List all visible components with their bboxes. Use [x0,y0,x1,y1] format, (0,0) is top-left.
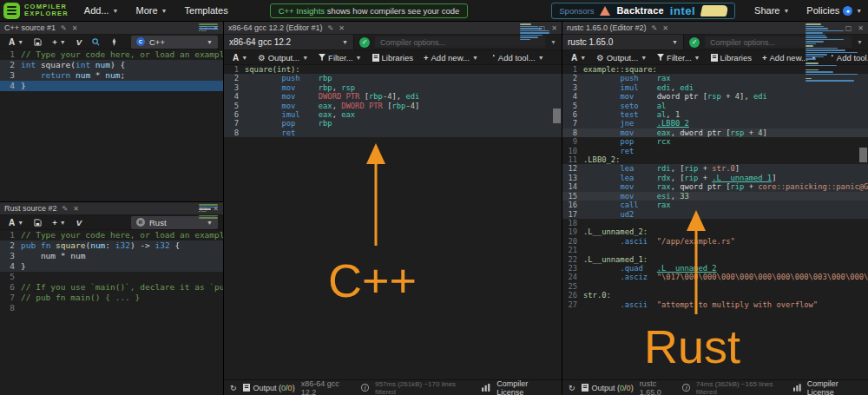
gcc-titlebar[interactable]: x86-64 gcc 12.2 (Editor #1) ✎✕ ▢✕ [224,22,562,35]
code-line[interactable]: 25 [562,282,868,291]
filter-dropdown[interactable]: Filter...▼ [654,51,703,64]
code-line[interactable]: 13 lea rdx, [rip + .L__unnamed_1] [562,174,868,182]
code-line[interactable]: 15 mov esi, 33 [562,192,868,201]
code-line[interactable]: 6 imul eax, eax [224,110,562,119]
refresh-icon[interactable]: ↻ [569,384,575,392]
font-size-button[interactable]: A▼ [229,51,251,64]
close-icon[interactable]: ✕ [339,24,345,32]
code-line[interactable]: 24 .asciz "\017\000\000\000\000\000\000\… [562,273,868,281]
font-size-button[interactable]: A▼ [568,51,589,64]
libraries-button[interactable]: Libraries [707,51,755,64]
compiler-selector[interactable]: x86-64 gcc 12.2 ▼ [224,35,354,49]
code-line[interactable]: 4} [0,261,223,272]
announcement-banner[interactable]: C++ Insights shows how compilers see you… [270,3,469,18]
filter-dropdown[interactable]: Filter...▼ [315,51,365,64]
code-line[interactable]: 20 .ascii "/app/example.rs" [562,237,868,246]
banner-link[interactable]: C++ Insights [279,6,325,16]
close-icon[interactable]: ✕ [858,24,864,32]
scrollbar-thumb[interactable] [859,148,867,162]
info-icon[interactable]: i [682,384,689,392]
code-line[interactable]: 7// pub fn main() { ... } [0,293,223,303]
sponsors-box[interactable]: Sponsors Backtrace intel [551,3,735,19]
backtrace-logo-text[interactable]: Backtrace [616,5,663,16]
code-line[interactable]: 3 imul edi, edi [562,83,868,92]
code-line[interactable]: 4 mov dword ptr [rsp + 4], edi [562,92,868,101]
compiler-explorer-logo[interactable]: COMPILEREXPLORER [0,3,76,19]
cpp-insights-button[interactable] [89,36,103,49]
code-line[interactable]: 22.L__unnamed_1: [562,255,868,264]
output-toggle[interactable]: Output (0/0) [582,381,634,394]
code-line[interactable]: 3 return num * num; [0,70,223,81]
code-line[interactable]: 12 lea rdi, [rip + str.0] [562,164,868,173]
code-line[interactable]: 5 [0,272,223,282]
save-button[interactable] [30,216,45,229]
quick-bench-button[interactable] [107,36,122,49]
menu-templates[interactable]: Templates [176,5,237,16]
chevron-down-icon[interactable]: ▼ [545,39,562,45]
minimap[interactable] [520,23,549,40]
refresh-icon[interactable]: ↻ [230,384,237,392]
intel-logo[interactable]: intel [670,4,695,17]
add-tool-dropdown[interactable]: Add tool...▼ [485,51,548,64]
rename-icon[interactable]: ✎ [62,205,69,213]
rename-icon[interactable]: ✎ [61,24,67,32]
minimap[interactable] [806,23,858,82]
font-size-button[interactable]: A▼ [5,36,27,49]
code-line[interactable]: 8 mov eax, dword ptr [rsp + 4] [562,128,868,137]
cpp-source-titlebar[interactable]: C++ source #1 ✎✕ ▢✕ [0,22,223,35]
code-line[interactable]: 26str.0: [562,291,868,300]
code-line[interactable]: 2pub fn square(num: i32) -> i32 { [0,240,223,251]
close-icon[interactable]: ✕ [72,24,78,32]
chart-icon[interactable] [482,384,490,392]
code-line[interactable]: 18 [562,219,868,227]
code-line[interactable]: 1// Type your code here, or load an exam… [0,49,223,60]
output-toggle[interactable]: Output (0/0) [243,381,295,394]
libraries-button[interactable]: Libraries [369,51,417,64]
rename-icon[interactable]: ✎ [328,24,334,32]
code-line[interactable]: 2int square(int num) { [0,60,223,70]
language-selector[interactable]: C C++ ▼ [131,36,218,49]
code-line[interactable]: 3 num * num [0,251,223,261]
menu-share[interactable]: Share▼ [746,5,798,16]
compiler-selector[interactable]: rustc 1.65.0 ▼ [562,35,684,49]
rust-source-titlebar[interactable]: Rust source #2 ✎✕ ▢✕ [0,202,223,215]
code-line[interactable]: 8 [0,303,223,313]
add-pane-dropdown[interactable]: +▼ [49,216,69,229]
code-line[interactable]: 7 jne .LBB0_2 [562,119,868,128]
code-line[interactable]: 14 mov rax, qword ptr [rip + core::panic… [562,182,868,191]
code-line[interactable]: 5 seto al [562,102,868,110]
compiler-license-link[interactable]: Compiler License [496,379,556,395]
code-line[interactable]: 3 mov rbp, rsp [224,83,562,92]
code-line[interactable]: 17 ud2 [562,210,868,219]
rustc-assembly-output[interactable]: 1example::square:2 push rax3 imul edi, e… [562,65,868,379]
code-line[interactable]: 4 mov DWORD PTR [rbp-4], edi [224,92,562,101]
minimap[interactable] [199,23,218,31]
code-line[interactable]: 4} [0,81,223,91]
cpp-source-editor[interactable]: 1// Type your code here, or load an exam… [0,49,223,201]
code-line[interactable]: 16 call rax [562,201,868,209]
code-line[interactable]: 21 [562,246,868,254]
rust-source-editor[interactable]: 1// Type your code here, or load an exam… [0,230,223,395]
output-dropdown[interactable]: ⚙Output...▼ [593,51,650,64]
code-line[interactable]: 11.LBB0_2: [562,155,868,164]
menu-add[interactable]: Add...▼ [76,5,128,16]
code-line[interactable]: 19.L__unnamed_2: [562,227,868,236]
vim-mode-button[interactable]: V [73,36,85,49]
code-line[interactable]: 1// Type your code here, or load an exam… [0,230,223,240]
menu-policies[interactable]: Policies ● ▼ [798,5,868,16]
close-icon[interactable]: ✕ [73,205,79,213]
add-new-dropdown[interactable]: +Add new...▼ [420,51,482,64]
code-line[interactable]: 10 ret [562,147,868,155]
code-line[interactable]: 7 pop rbp [224,119,562,128]
code-line[interactable]: 27 .ascii "attempt to multiply with over… [562,300,868,309]
compiler-license-link[interactable]: Compiler License [807,379,862,395]
code-line[interactable]: 1square(int): [224,65,562,74]
code-line[interactable]: 8 ret [224,128,562,137]
solidsands-logo[interactable] [700,5,729,16]
close-icon[interactable]: ✕ [662,24,668,32]
close-icon[interactable]: ✕ [551,24,557,32]
code-line[interactable]: 2 push rbp [224,74,562,82]
code-line[interactable]: 6// If you use `main()`, declare it as `… [0,282,223,293]
scrollbar-thumb[interactable] [553,109,561,123]
chart-icon[interactable] [793,384,801,392]
